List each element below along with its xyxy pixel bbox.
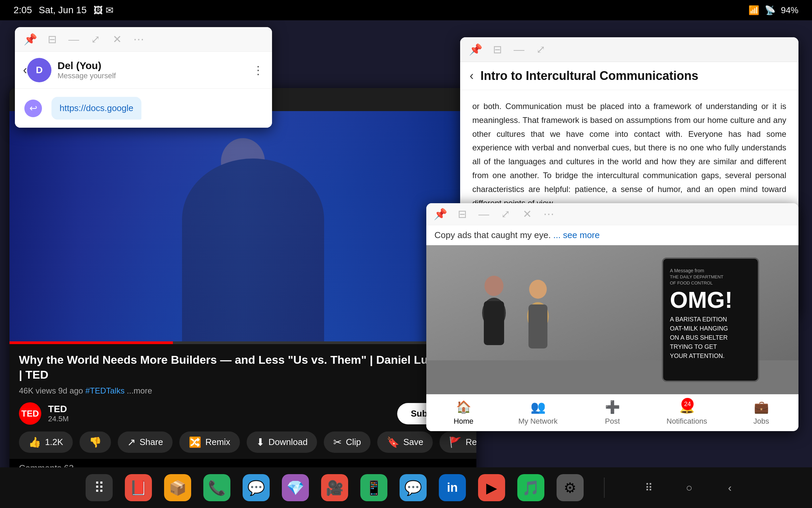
- app-music-icon[interactable]: 🎵: [517, 474, 544, 501]
- yt-subscriber-count: 24.5M: [48, 415, 69, 423]
- svg-rect-8: [528, 304, 547, 348]
- msg-link[interactable]: https://docs.google: [60, 103, 133, 113]
- li-nav-home-label: Home: [454, 417, 474, 426]
- view-count: 46K views: [19, 386, 56, 395]
- li-nav-post[interactable]: ➕ Post: [575, 395, 650, 431]
- hashtag[interactable]: #TEDTalks: [85, 386, 125, 395]
- li-minimize-icon[interactable]: —: [476, 207, 491, 221]
- signal-icon: 📡: [765, 5, 775, 16]
- app-settings-icon[interactable]: ⚙: [557, 474, 584, 501]
- li-nav-home[interactable]: 🏠 Home: [426, 395, 501, 431]
- svg-text:A Message from: A Message from: [670, 268, 704, 273]
- yt-video-title: Why the World Needs More Builders — and …: [19, 352, 467, 382]
- li-split-icon[interactable]: ⊟: [455, 207, 470, 221]
- time-ago: 9d ago: [58, 386, 83, 395]
- app-grid-icon[interactable]: ⠿: [86, 474, 113, 501]
- status-date: Sat, Jun 15: [39, 5, 87, 16]
- li-nav-bar: 🏠 Home 👥 My Network ➕ Post 🔔 24 Notifica…: [426, 394, 798, 431]
- app-phone-icon[interactable]: 📞: [203, 474, 230, 501]
- download-button[interactable]: ⬇ Download: [247, 431, 317, 453]
- report-button[interactable]: 🚩 Report: [439, 431, 476, 453]
- svg-text:ON A BUS SHELTER: ON A BUS SHELTER: [670, 334, 728, 341]
- like-count: 1.2K: [45, 437, 63, 447]
- youtube-window: 📌 ⊟ — ⤢ ✕ ⋯ Why the World Needs More Bui…: [9, 88, 476, 478]
- li-expand-icon[interactable]: ⤢: [498, 207, 513, 221]
- yt-video-player[interactable]: [9, 111, 476, 341]
- report-icon: 🚩: [449, 436, 461, 448]
- msg-contact-info: Del (You) Message yourself: [58, 60, 116, 80]
- progress-fill: [9, 341, 173, 344]
- li-nav-jobs[interactable]: 💼 Jobs: [724, 395, 798, 431]
- battery-level: 94%: [781, 5, 798, 16]
- li-see-more-link[interactable]: ... see more: [553, 230, 600, 240]
- minimize-icon[interactable]: —: [66, 32, 81, 47]
- download-label: Download: [269, 437, 308, 447]
- li-more-icon[interactable]: ⋯: [541, 207, 556, 221]
- li-nav-network-label: My Network: [518, 417, 558, 426]
- post-icon: ➕: [605, 400, 620, 414]
- close-icon[interactable]: ✕: [110, 32, 125, 47]
- app-msg2-icon[interactable]: 💬: [400, 474, 427, 501]
- app-notes-icon[interactable]: 📕: [125, 474, 152, 501]
- message-window: 📌 ⊟ — ⤢ ✕ ⋯ ‹ D Del (You) Message yourse…: [15, 27, 272, 128]
- doc-split-icon[interactable]: ⊟: [490, 42, 505, 57]
- nav-home-button[interactable]: ○: [679, 478, 699, 498]
- app-whatsapp-icon[interactable]: 📱: [360, 474, 387, 501]
- yt-video-meta: 46K views 9d ago #TEDTalks ...more: [19, 386, 467, 396]
- yt-channel-name[interactable]: TED: [48, 404, 69, 415]
- back-button[interactable]: ‹: [23, 63, 27, 77]
- app-linkedin-icon[interactable]: in: [439, 474, 466, 501]
- like-button[interactable]: 👍 1.2K: [19, 431, 73, 453]
- app-gem-icon[interactable]: 💎: [282, 474, 309, 501]
- video-progress[interactable]: [9, 341, 476, 344]
- status-icons: 🖼 ✉: [93, 5, 113, 16]
- svg-text:OF FOOD CONTROL: OF FOOD CONTROL: [670, 280, 713, 285]
- li-post-image[interactable]: A Message from THE DAILY DEPARTMENT OF F…: [426, 245, 798, 394]
- split-icon[interactable]: ⊟: [45, 32, 60, 47]
- pin-icon[interactable]: 📌: [23, 32, 38, 47]
- dislike-button[interactable]: 👎: [80, 431, 111, 453]
- remix-button[interactable]: 🔀 Remix: [179, 431, 240, 453]
- more-link[interactable]: ...more: [127, 386, 152, 395]
- li-nav-jobs-label: Jobs: [753, 417, 769, 426]
- nav-grid-button[interactable]: ⠿: [638, 478, 659, 498]
- doc-window-chrome: 📌 ⊟ — ⤢: [460, 37, 798, 62]
- clip-button[interactable]: ✂ Clip: [324, 431, 370, 453]
- jobs-icon: 💼: [754, 400, 769, 414]
- home-icon: 🏠: [456, 400, 471, 414]
- share-icon: ↗: [127, 436, 136, 448]
- expand-icon[interactable]: ⤢: [88, 32, 103, 47]
- doc-pin-icon[interactable]: 📌: [468, 42, 483, 57]
- doc-back-button[interactable]: ‹: [470, 69, 474, 83]
- report-label: Report: [466, 437, 476, 447]
- msg-window-chrome: 📌 ⊟ — ⤢ ✕ ⋯: [15, 27, 272, 52]
- more-icon[interactable]: ⋯: [131, 32, 146, 47]
- yt-channel-row: TED TED 24.5M Subscribe: [19, 402, 467, 425]
- doc-minimize-icon[interactable]: —: [512, 42, 526, 57]
- linkedin-window: 📌 ⊟ — ⤢ ✕ ⋯ Copy ads that caught my eye.…: [426, 203, 798, 431]
- yt-channel-icon[interactable]: TED: [19, 402, 41, 425]
- yt-info-section: Why the World Needs More Builders — and …: [9, 344, 476, 459]
- li-close-icon[interactable]: ✕: [520, 207, 535, 221]
- app-chat-icon[interactable]: 💬: [243, 474, 270, 501]
- app-youtube-icon[interactable]: ▶: [478, 474, 505, 501]
- save-button[interactable]: 🔖 Save: [377, 431, 433, 453]
- doc-paragraph-1: or both. Communication must be placed in…: [472, 100, 786, 210]
- svg-rect-5: [484, 301, 504, 345]
- nav-back-button[interactable]: ‹: [720, 478, 740, 498]
- svg-text:OMG!: OMG!: [670, 287, 732, 313]
- app-video-icon[interactable]: 🎥: [321, 474, 348, 501]
- bottom-bar: ⠿ 📕 📦 📞 💬 💎 🎥 📱 💬 in ▶ 🎵 ⚙ ⠿ ○ ‹: [0, 467, 812, 508]
- li-pin-icon[interactable]: 📌: [433, 207, 448, 221]
- network-icon: 👥: [531, 400, 546, 414]
- yt-channel-info: TED 24.5M: [48, 404, 69, 423]
- clip-icon: ✂: [333, 436, 342, 448]
- app-dock: ⠿ 📕 📦 📞 💬 💎 🎥 📱 💬 in ▶ 🎵 ⚙: [72, 474, 597, 501]
- msg-menu-button[interactable]: ⋮: [252, 63, 264, 77]
- app-files-icon[interactable]: 📦: [164, 474, 191, 501]
- li-nav-notifications[interactable]: 🔔 24 Notifications: [650, 395, 724, 431]
- doc-expand-icon[interactable]: ⤢: [533, 42, 548, 57]
- li-nav-network[interactable]: 👥 My Network: [501, 395, 575, 431]
- dock-divider: [604, 478, 605, 498]
- share-button[interactable]: ↗ Share: [118, 431, 173, 453]
